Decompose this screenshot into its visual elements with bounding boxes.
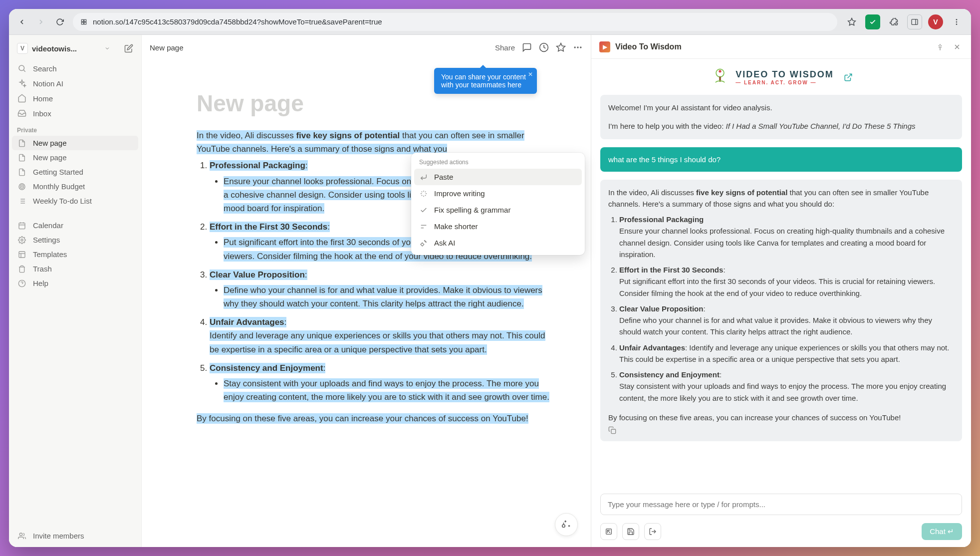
extension-brand: VIDEO TO WISDOM — LEARN. ACT. GROW — (591, 59, 971, 95)
sidebar-page-getting-started[interactable]: Getting Started (12, 165, 138, 179)
sidebar-item-label: Trash (33, 265, 52, 273)
menu-item-improve[interactable]: Improve writing (414, 185, 582, 202)
close-panel-icon[interactable] (951, 41, 963, 53)
sidebar-item-notion-ai[interactable]: Notion AI (12, 76, 138, 91)
sparkles-icon (17, 79, 27, 88)
trash-icon (17, 265, 27, 273)
sidebar-item-label: Search (33, 64, 57, 73)
browser-menu-icon[interactable] (949, 14, 964, 29)
profile-avatar[interactable]: V (928, 14, 943, 29)
breadcrumb[interactable]: New page (150, 43, 184, 52)
url-text: notion.so/147c95c413c580379d09cda7458bbd… (93, 17, 382, 26)
reload-button[interactable] (54, 16, 66, 28)
sidebar-item-calendar[interactable]: Calendar (12, 218, 138, 233)
compose-icon[interactable] (124, 44, 133, 53)
svg-rect-21 (19, 223, 25, 229)
improve-icon (419, 190, 428, 198)
sidebar-item-label: New page (33, 153, 67, 162)
chat-area: Welcome! I'm your AI assistant for video… (591, 95, 971, 489)
more-icon[interactable] (573, 42, 583, 52)
side-panel-icon[interactable] (907, 14, 922, 29)
svg-point-34 (574, 46, 576, 48)
address-bar[interactable]: notion.so/147c95c413c580379d09cda7458bbd… (73, 13, 837, 31)
sidebar-item-help[interactable]: Help (12, 276, 138, 290)
svg-rect-2 (81, 22, 83, 24)
workspace-badge: V (17, 43, 28, 54)
workspace-name: videotowis... (32, 44, 100, 53)
svg-line-11 (23, 70, 25, 71)
menu-header: Suggested actions (414, 157, 582, 169)
gear-icon (17, 236, 27, 244)
doc-icon (17, 139, 27, 147)
sidebar-item-label: Settings (33, 236, 60, 244)
sidebar-item-search[interactable]: Search (12, 61, 138, 76)
chat-input[interactable] (600, 494, 962, 515)
forward-button[interactable] (35, 16, 47, 28)
target-icon (17, 183, 27, 191)
sidebar-item-settings[interactable]: Settings (12, 233, 138, 247)
sidebar-item-label: Calendar (33, 221, 63, 230)
svg-rect-0 (81, 19, 83, 21)
extension-bottom-bar: Chat ↵ (591, 520, 971, 547)
workspace-switcher[interactable]: V videotowis... (12, 39, 138, 58)
svg-point-14 (21, 186, 22, 187)
home-icon (17, 94, 27, 103)
menu-item-ask-ai[interactable]: Ask AI (414, 235, 582, 251)
svg-line-45 (847, 74, 851, 78)
save-icon[interactable] (622, 523, 639, 540)
sidebar-item-label: Home (33, 94, 53, 103)
suggested-actions-menu: Suggested actions Paste Improve writing … (411, 153, 585, 255)
sidebar-item-home[interactable]: Home (12, 91, 138, 106)
extension-green-icon[interactable] (865, 14, 880, 29)
invite-members[interactable]: Invite members (12, 529, 138, 543)
sidebar-section-private: Private (12, 121, 138, 136)
chevron-down-icon (104, 45, 110, 51)
sidebar-item-trash[interactable]: Trash (12, 262, 138, 276)
pin-icon[interactable] (934, 41, 946, 53)
sidebar-item-label: Inbox (33, 109, 51, 118)
sidebar-item-label: Invite members (33, 532, 84, 540)
sidebar-item-label: Notion AI (33, 79, 63, 88)
favorite-icon[interactable] (556, 42, 566, 52)
svg-point-9 (956, 23, 958, 25)
notion-export-icon[interactable] (600, 523, 617, 540)
sidebar-page-new-1[interactable]: New page (12, 136, 138, 150)
help-icon (17, 279, 27, 287)
menu-item-fix-spelling[interactable]: Fix spelling & grammar (414, 202, 582, 218)
extension-panel: ▶ Video To Wisdom VIDEO TO WISDOM — LEAR… (591, 35, 971, 547)
sidebar-item-templates[interactable]: Templates (12, 247, 138, 262)
sidebar: V videotowis... Search Notion AI Home (9, 35, 142, 547)
page-title[interactable]: New page (197, 90, 556, 117)
copy-icon[interactable] (608, 426, 954, 434)
main-content: New page Share ✕ You can share your cont… (142, 35, 591, 547)
bookmark-star-icon[interactable] (844, 14, 859, 29)
svg-point-31 (19, 533, 22, 536)
svg-point-25 (21, 239, 23, 241)
comments-icon[interactable] (522, 42, 532, 52)
svg-rect-5 (912, 19, 918, 24)
share-button[interactable]: Share (495, 43, 515, 52)
assistant-welcome: Welcome! I'm your AI assistant for video… (600, 95, 962, 139)
close-icon[interactable]: ✕ (528, 71, 533, 78)
search-icon (17, 64, 27, 73)
svg-marker-33 (557, 43, 565, 51)
site-info-icon[interactable] (80, 18, 88, 26)
chat-send-button[interactable]: Chat ↵ (922, 523, 962, 540)
sidebar-page-weekly-todo[interactable]: Weekly To-do List (12, 194, 138, 208)
menu-item-paste[interactable]: Paste (414, 169, 582, 185)
updates-icon[interactable] (539, 42, 549, 52)
assistant-response: In the video, Ali discusses five key sig… (600, 180, 962, 442)
sidebar-item-inbox[interactable]: Inbox (12, 106, 138, 121)
shorter-icon (419, 223, 428, 231)
menu-item-make-shorter[interactable]: Make shorter (414, 218, 582, 235)
back-button[interactable] (16, 16, 28, 28)
list-icon (17, 197, 27, 205)
export-icon[interactable] (644, 523, 661, 540)
svg-rect-1 (84, 19, 86, 21)
extensions-puzzle-icon[interactable] (886, 14, 901, 29)
floating-ai-button[interactable] (555, 513, 578, 536)
open-external-icon[interactable] (844, 73, 853, 82)
sidebar-page-new-2[interactable]: New page (12, 150, 138, 165)
doc-icon (17, 168, 27, 176)
sidebar-page-monthly-budget[interactable]: Monthly Budget (12, 179, 138, 194)
